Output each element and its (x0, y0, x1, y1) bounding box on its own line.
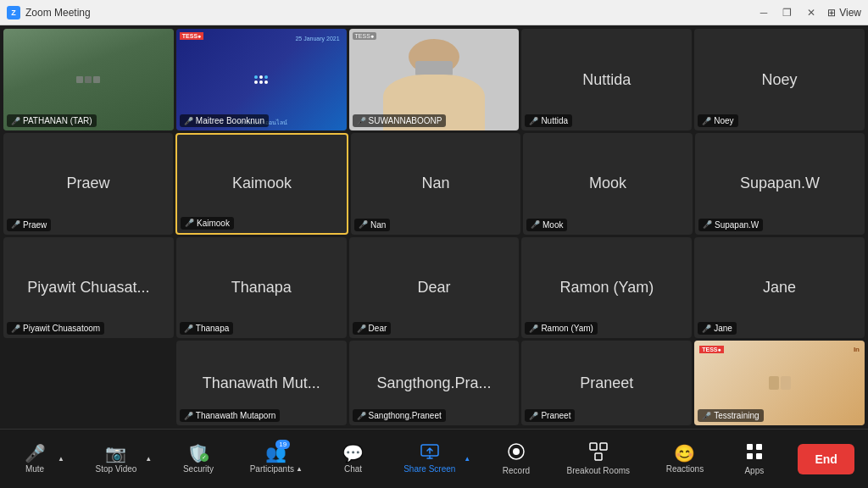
share-screen-button[interactable]: Share Screen (397, 439, 462, 479)
apps-button[interactable]: Apps (733, 437, 776, 480)
participants-button[interactable]: 👥 19 Participants ▲ (243, 440, 309, 479)
participant-cell-thanawath: Thanawath Mut... 🎤 Thanawath Mutaporn (176, 341, 347, 425)
svg-rect-7 (756, 444, 762, 450)
video-row-1: 🎤 PATHANAN (TAR) TESS● 25 January 2021 (3, 29, 865, 130)
svg-rect-5 (595, 453, 602, 460)
slide-logo: TESS● (180, 32, 204, 40)
praneet-name-badge: 🎤 Praneet (525, 409, 575, 422)
thanawath-name-badge: 🎤 Thanawath Mutaporn (180, 409, 281, 422)
zoom-logo: Z (7, 6, 20, 19)
tess-logo: TESS● (699, 346, 724, 353)
piyawit-name-badge: 🎤 Piyawit Chuasatoom (7, 322, 104, 335)
titlebar-title: Zoom Meeting (25, 7, 91, 19)
video-row-3: Piyawit Chuasat... 🎤 Piyawit Chuasatoom … (3, 237, 865, 339)
reactions-icon: 😊 (674, 445, 695, 462)
record-button[interactable]: Record (495, 437, 537, 480)
titlebar-left: Z Zoom Meeting (7, 6, 91, 19)
mute-wrapper: 🎤 Mute ▲ (14, 440, 66, 479)
participants-count: 19 (275, 440, 290, 450)
microphone-icon: 🎤 (25, 445, 46, 462)
mute-chevron[interactable]: ▲ (56, 453, 66, 464)
breakout-rooms-button[interactable]: Breakout Rooms (560, 437, 637, 480)
supapan-name-badge: 🎤 Supapan.W (698, 219, 763, 231)
participant-cell-praew: Praew 🎤 Praew (3, 133, 173, 235)
pathanan-name-badge: 🎤 PATHANAN (TAR) (7, 114, 97, 127)
video-row-4: Thanawath Mut... 🎤 Thanawath Mutaporn Sa… (3, 341, 865, 425)
titlebar: Z Zoom Meeting ─ ❐ ✕ ⊞ View (0, 0, 868, 25)
participants-icon: 👥 19 (265, 445, 287, 462)
video-camera-icon: 📷 (105, 445, 126, 462)
participant-cell-praneet: Praneet 🎤 Praneet (521, 341, 692, 425)
main-video-area: 🎤 PATHANAN (TAR) TESS● 25 January 2021 (0, 25, 868, 429)
video-grid: 🎤 PATHANAN (TAR) TESS● 25 January 2021 (3, 29, 865, 425)
participant-cell-suwanna: TESS● 🎤 SUWANNABOONP (349, 29, 520, 130)
stop-video-wrapper: 📷 Stop Video ▲ (89, 440, 154, 479)
video-row-2: Praew 🎤 Praew Kaimook 🎤 Kaimook Nan 🎤 (3, 133, 865, 235)
mute-button[interactable]: 🎤 Mute (14, 440, 56, 479)
participant-cell-thanapa: Thanapa 🎤 Thanapa (176, 237, 347, 339)
shield-icon: 🛡️ ✓ (187, 445, 209, 462)
share-screen-icon (420, 444, 439, 462)
mic-muted-icon: 🎤 (11, 117, 20, 125)
jane-name-badge: 🎤 Jane (698, 322, 737, 335)
mute-label: Mute (25, 464, 44, 474)
stop-video-button[interactable]: 📷 Stop Video (89, 440, 144, 479)
participant-cell-nuttida: Nuttida 🎤 Nuttida (521, 29, 692, 130)
chat-button[interactable]: 💬 Chat (332, 440, 375, 479)
share-screen-label: Share Screen (403, 464, 455, 474)
dear-name-badge: 🎤 Dear (353, 322, 392, 335)
share-screen-wrapper: Share Screen ▲ (397, 439, 472, 479)
noey-name-badge: 🎤 Noey (698, 114, 737, 127)
ramon-name-badge: 🎤 Ramon (Yam) (525, 322, 598, 335)
participant-cell-ramon: Ramon (Yam) 🎤 Ramon (Yam) (521, 237, 692, 339)
reactions-label: Reactions (666, 464, 704, 474)
mic-muted-icon-2: 🎤 (184, 117, 193, 125)
svg-rect-9 (756, 453, 762, 459)
breakout-label: Breakout Rooms (567, 466, 630, 475)
mook-name-badge: 🎤 Mook (526, 219, 567, 231)
maximize-button[interactable]: ❐ (779, 7, 795, 19)
participant-cell-mook: Mook 🎤 Mook (523, 133, 693, 235)
reactions-button[interactable]: 😊 Reactions (659, 440, 710, 479)
mic-muted-icon-5: 🎤 (702, 117, 711, 125)
tesstraining-name-badge: 🎤 Tesstraining (698, 409, 763, 422)
security-check-icon: ✓ (200, 453, 209, 462)
chat-label: Chat (344, 464, 362, 474)
participant-cell-supapan: Supapan.W 🎤 Supapan.W (695, 133, 865, 235)
sangthong-name-badge: 🎤 Sangthong.Praneet (353, 409, 446, 422)
participant-cell-kaimook: Kaimook 🎤 Kaimook (175, 133, 348, 235)
view-button[interactable]: ⊞ View (827, 7, 861, 19)
praew-name-badge: 🎤 Praew (7, 219, 51, 231)
security-button[interactable]: 🛡️ ✓ Security (176, 440, 220, 479)
participant-cell-tesstraining: TESS● In 🎤 Tesstraining (694, 341, 865, 425)
participant-cell-noey: Noey 🎤 Noey (694, 29, 865, 130)
video-chevron[interactable]: ▲ (143, 453, 153, 464)
nuttida-name-badge: 🎤 Nuttida (525, 114, 572, 127)
kaimook-name-badge: 🎤 Kaimook (181, 217, 234, 230)
participant-cell-sangthong: Sangthong.Pra... 🎤 Sangthong.Praneet (349, 341, 520, 425)
svg-point-2 (513, 448, 520, 455)
breakout-icon (589, 442, 608, 463)
thanapa-name-badge: 🎤 Thanapa (180, 322, 233, 335)
participant-cell-dear: Dear 🎤 Dear (349, 237, 520, 339)
record-icon (507, 442, 526, 463)
minimize-button[interactable]: ─ (757, 7, 771, 19)
participant-cell-pathanan: 🎤 PATHANAN (TAR) (3, 29, 174, 130)
svg-rect-8 (747, 453, 753, 459)
titlebar-controls: ─ ❐ ✕ ⊞ View (757, 7, 861, 19)
record-label: Record (503, 466, 530, 475)
participant-cell-jane: Jane 🎤 Jane (694, 237, 865, 339)
apps-icon (745, 442, 764, 463)
svg-rect-3 (590, 443, 597, 450)
svg-rect-4 (600, 443, 607, 450)
stop-video-label: Stop Video (96, 464, 137, 474)
apps-label: Apps (744, 466, 764, 475)
close-button[interactable]: ✕ (804, 7, 819, 19)
share-chevron[interactable]: ▲ (462, 453, 472, 464)
svg-rect-6 (747, 444, 753, 450)
participants-chevron[interactable]: ▲ (296, 465, 303, 473)
nan-name-badge: 🎤 Nan (354, 219, 390, 231)
mic-muted-icon-3: 🎤 (357, 117, 366, 125)
end-button[interactable]: End (798, 444, 854, 474)
participant-cell-nan: Nan 🎤 Nan (351, 133, 520, 235)
